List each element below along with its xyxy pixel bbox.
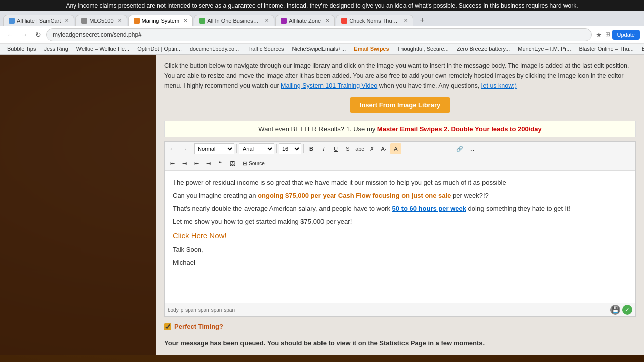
editor-line-6: Talk Soon, (173, 244, 627, 255)
contact-link[interactable]: let us know:) (481, 82, 517, 89)
tab-chuck[interactable]: Chuck Norris Thumbs Up GIF –... ✕ (336, 15, 413, 26)
align-center-button[interactable]: ≡ (418, 143, 429, 154)
path-span3[interactable]: span (211, 307, 222, 313)
path-body[interactable]: body (168, 307, 179, 313)
redo-button[interactable]: → (179, 143, 190, 154)
tab-affiliate-label: Affiliate Zone (289, 18, 321, 24)
tab-mailing-close[interactable]: ✕ (183, 18, 187, 23)
align-left-button[interactable]: ≡ (406, 143, 417, 154)
path-span1[interactable]: span (185, 307, 196, 313)
promo-link[interactable]: Master Email Swipes 2. Double Your leads… (377, 125, 542, 133)
highlight-button[interactable]: abc (354, 143, 365, 154)
editor-body[interactable]: The power of residual income is so great… (165, 171, 635, 303)
toolbar-sep4 (303, 144, 304, 153)
bookmark-thoughtful[interactable]: Thoughtful, Secure... (394, 45, 452, 53)
left-sidebar (0, 55, 156, 355)
warning-bar: Any income claims presented are not inte… (0, 0, 644, 11)
tab-mailing[interactable]: Mailing System ✕ (128, 15, 193, 26)
click-here-link[interactable]: Click Here Now! (173, 231, 227, 240)
promo-banner: Want even BETTER Results? 1. Use my Mast… (164, 121, 636, 137)
strikethrough-button[interactable]: S (342, 143, 353, 154)
refresh-button[interactable]: ↻ (32, 29, 44, 41)
tab-hba[interactable]: All In One Business | ~ The HBA ~ ✕ (194, 15, 274, 26)
indent-less-button[interactable]: ⇤ (167, 158, 178, 169)
image-button[interactable]: 🖼 (227, 158, 238, 169)
source-button[interactable]: Source (251, 158, 262, 169)
back-button[interactable]: ← (4, 29, 16, 41)
affiliate-favicon (281, 18, 287, 24)
tab-mlg-close[interactable]: ✕ (118, 18, 122, 23)
outdent-button[interactable]: ⇤ (191, 158, 202, 169)
mlg-favicon (81, 18, 87, 24)
italic-button[interactable]: I (318, 143, 329, 154)
save-icon[interactable]: 💾 (610, 305, 620, 315)
list-button[interactable]: ⇥ (203, 158, 214, 169)
spell-icon[interactable]: ✓ (622, 305, 632, 315)
underline-button[interactable]: U (330, 143, 341, 154)
toolbar-sep1 (192, 144, 192, 153)
bold-text-1: ongoing $75,000 per year Cash Flow focus… (258, 192, 451, 199)
editor-line-3: That's nearly double the average America… (173, 203, 627, 214)
browser-chrome: Affiliate | SamCart ✕ MLG5100 ✕ Mailing … (0, 11, 644, 55)
bookmark-wellue[interactable]: Wellue – Wellue He... (73, 45, 132, 53)
bookmark-icon[interactable]: ★ (596, 31, 602, 39)
path-p[interactable]: p (181, 307, 184, 313)
tab-affiliate[interactable]: Affiliate Zone ✕ (275, 15, 335, 26)
training-video-link[interactable]: Mailing System 101 Training Video (281, 82, 377, 89)
bookmark-blaster[interactable]: Blaster Online – Thu... (576, 45, 636, 53)
tab-chuck-label: Chuck Norris Thumbs Up GIF –... (349, 18, 399, 24)
perfect-timing-checkbox[interactable] (164, 323, 171, 330)
path-span4[interactable]: span (224, 307, 235, 313)
more-button[interactable]: … (466, 143, 477, 154)
tab-hba-close[interactable]: ✕ (265, 18, 269, 23)
tab-mailing-label: Mailing System (142, 18, 180, 24)
toolbar-row1: ← → Normal Heading 1 Heading 2 Arial Tim… (165, 142, 635, 156)
bookmark-email-swipes[interactable]: Email Swipes (351, 45, 392, 53)
toolbar-sep2 (236, 144, 237, 153)
format-select[interactable]: Normal Heading 1 Heading 2 (194, 143, 234, 154)
link-text-1[interactable]: 50 to 60 hours per week (392, 205, 466, 212)
extensions-icon: ⊞ (605, 31, 610, 39)
bookmark-optindot[interactable]: OptinDot | Optin... (134, 45, 185, 53)
justify-button[interactable]: ≡ (442, 143, 453, 154)
checkbox-row: Perfect Timing? (164, 323, 636, 330)
tabs-bar: Affiliate | SamCart ✕ MLG5100 ✕ Mailing … (0, 11, 644, 26)
address-bar[interactable] (46, 28, 592, 41)
undo-button[interactable]: ← (167, 143, 178, 154)
align-right-button[interactable]: ≡ (430, 143, 441, 154)
tab-affiliate-close[interactable]: ✕ (325, 18, 329, 23)
bookmark-niche[interactable]: NicheSwipeEmails+... (289, 45, 349, 53)
editor-container: ← → Normal Heading 1 Heading 2 Arial Tim… (164, 141, 636, 317)
tab-samcart-close[interactable]: ✕ (65, 18, 69, 23)
bookmark-muncheye[interactable]: MunchEye – I.M. Pr... (515, 45, 574, 53)
path-span2[interactable]: span (198, 307, 209, 313)
bookmark-buy-crop[interactable]: Buy Crop King Man... (639, 45, 644, 53)
tab-samcart[interactable]: Affiliate | SamCart ✕ (3, 15, 74, 26)
update-button[interactable]: Update (612, 30, 640, 40)
bookmark-bubble[interactable]: Bubble Tips (4, 45, 39, 53)
font-color-button[interactable]: A- (378, 143, 389, 154)
font-select[interactable]: Arial Times New Roman Courier New (239, 143, 274, 154)
status-path: body p span span span span (168, 307, 235, 313)
bookmarks-bar: Bubble Tips Jess Ring Wellue – Wellue He… (0, 44, 644, 54)
toolbar-row2: ⇤ ⇥ ⇤ ⇥ ❝ 🖼 ⊞ Source (165, 156, 635, 171)
eraser-button[interactable]: ✗ (366, 143, 377, 154)
bg-color-button[interactable]: A (390, 143, 401, 154)
bookmark-zero-breeze[interactable]: Zero Breeze battery... (454, 45, 513, 53)
new-tab-button[interactable]: + (416, 14, 428, 26)
bookmark-jess[interactable]: Jess Ring (41, 45, 71, 53)
tab-mlg-label: MLG5100 (89, 18, 113, 24)
insert-image-button[interactable]: Insert From Image Library (350, 97, 450, 113)
quote-button[interactable]: ❝ (215, 158, 226, 169)
forward-button[interactable]: → (18, 29, 30, 41)
tab-chuck-close[interactable]: ✕ (404, 18, 408, 23)
size-select[interactable]: 16 12 14 18 24 (279, 143, 301, 154)
bookmark-document[interactable]: document.body.co... (187, 45, 242, 53)
bold-button[interactable]: B (306, 143, 317, 154)
bookmark-traffic[interactable]: Traffic Sources (244, 45, 287, 53)
link-button[interactable]: 🔗 (454, 143, 465, 154)
editor-line-4: Let me show you how to get started makin… (173, 216, 627, 227)
queue-message: Your message has been queued. You should… (164, 338, 636, 349)
tab-mlg[interactable]: MLG5100 ✕ (75, 15, 127, 26)
indent-more-button[interactable]: ⇥ (179, 158, 190, 169)
